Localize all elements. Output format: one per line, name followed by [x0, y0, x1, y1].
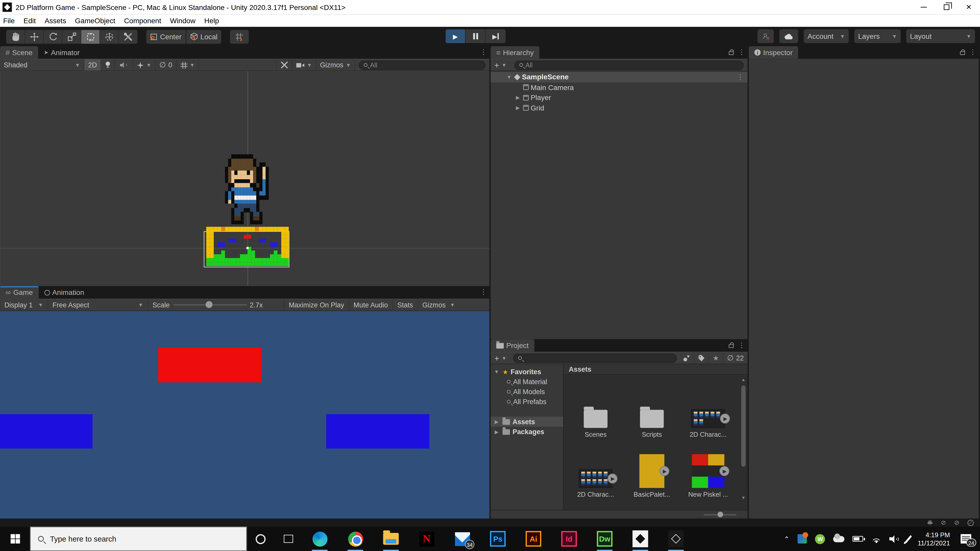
asset-2d-charac-[interactable]: ▶2D Charac... [681, 379, 735, 438]
hierarchy-item-samplescene[interactable]: ▼SampleScene⋮ [490, 72, 748, 82]
volume-icon[interactable] [889, 535, 899, 543]
favorite-all-material[interactable]: All Material [490, 377, 563, 387]
menu-edit[interactable]: Edit [24, 17, 36, 24]
scene-audio-button[interactable] [115, 59, 133, 71]
ok-check-icon[interactable]: ✓ [967, 519, 974, 526]
scale-slider[interactable] [173, 304, 247, 306]
menu-file[interactable]: File [3, 17, 14, 24]
scale-tool-button[interactable] [62, 30, 81, 43]
game-gizmos-dropdown[interactable]: Gizmos▼ [418, 299, 460, 310]
lock-icon[interactable] [729, 344, 734, 348]
foldout-icon[interactable]: ▶ [514, 105, 522, 111]
rect-tool-button[interactable] [81, 30, 100, 43]
lock-icon[interactable] [729, 51, 734, 55]
webroot-icon[interactable]: W [815, 534, 825, 544]
shading-mode-dropdown[interactable]: Shaded▼ [0, 59, 84, 71]
space-toggle-button[interactable]: Local [186, 30, 221, 43]
taskbar-app-dreamweaver[interactable]: Dw [587, 527, 623, 551]
scene-search-input[interactable]: All [359, 60, 486, 70]
foldout-icon[interactable]: ▶ [493, 419, 500, 424]
scroll-down-icon[interactable]: ▼ [740, 495, 747, 501]
foldout-icon[interactable]: ▼ [493, 369, 500, 375]
asset-scripts[interactable]: Scripts [625, 379, 679, 438]
project-scrollbar[interactable]: ▲ ▼ [740, 377, 747, 501]
mute-audio-button[interactable]: Mute Audio [349, 299, 393, 310]
item-menu-icon[interactable]: ⋮ [737, 73, 748, 81]
step-button[interactable]: ▶ [486, 29, 506, 43]
play-badge-icon[interactable]: ▶ [608, 473, 617, 483]
scene-visibility-button[interactable]: ∅ 0 [156, 59, 177, 71]
tab-scene[interactable]: # Scene [0, 46, 38, 59]
taskbar-app-mail[interactable]: 34 [444, 527, 480, 551]
menu-help[interactable]: Help [204, 17, 219, 24]
scene-viewport[interactable] [0, 71, 490, 286]
game-menu-icon[interactable]: ⋮ [480, 288, 487, 296]
stats-button[interactable]: Stats [393, 299, 418, 310]
account-dropdown[interactable]: Account▼ [803, 29, 849, 43]
tray-app-icon[interactable] [797, 534, 807, 544]
task-view-button[interactable] [274, 527, 302, 551]
player-sprite[interactable] [225, 154, 269, 224]
tab-inspector[interactable]: i Inspector [749, 46, 798, 59]
collab-button[interactable]: ✕ [757, 29, 774, 43]
taskbar-app-illustrator[interactable]: Ai [515, 527, 551, 551]
taskbar-app-netflix[interactable]: N [409, 527, 445, 551]
hierarchy-item-player[interactable]: ▶Player [490, 92, 748, 103]
display-dropdown[interactable]: Display 1▼ [0, 299, 48, 310]
hierarchy-item-grid[interactable]: ▶Grid [490, 103, 748, 113]
wifi-icon[interactable] [871, 535, 881, 543]
project-search-input[interactable] [513, 353, 677, 363]
taskbar-app-indesign[interactable]: Id [551, 527, 587, 551]
asset-basicpalet-[interactable]: ▶BasicPalet... [625, 438, 679, 499]
scene-grid-dropdown[interactable]: ▼ [177, 59, 199, 71]
layout-dropdown[interactable]: Layout▼ [906, 29, 975, 43]
play-badge-icon[interactable]: ▶ [719, 466, 729, 476]
move-tool-button[interactable] [25, 30, 44, 43]
favorite-search-button[interactable]: ★ [709, 352, 723, 364]
close-button[interactable]: ✕ [958, 0, 980, 14]
asset-scenes[interactable]: Scenes [569, 379, 623, 438]
start-button[interactable] [0, 527, 30, 551]
taskbar-app-unity[interactable] [658, 527, 694, 551]
scene-camera-dropdown[interactable]: ▼ [293, 59, 316, 71]
scene-lighting-button[interactable] [101, 59, 115, 71]
foldout-icon[interactable]: ▶ [514, 95, 522, 100]
transform-tool-button[interactable] [100, 30, 119, 43]
refresh-disabled-icon[interactable]: ⊘ [954, 519, 959, 526]
taskbar-app-unity-active[interactable] [622, 527, 658, 551]
minimize-button[interactable] [913, 0, 935, 14]
layers-dropdown[interactable]: Layers▼ [854, 29, 900, 43]
play-button[interactable]: ▶ [445, 29, 466, 43]
taskbar-clock[interactable]: 4:19 PM 11/12/2021 [918, 530, 950, 547]
project-folder-packages[interactable]: ▶Packages [490, 427, 563, 437]
hierarchy-menu-icon[interactable]: ⋮ [738, 48, 745, 56]
scene-effects-dropdown[interactable]: ▼ [133, 59, 156, 71]
project-visibility-button[interactable]: ∅ 22 [723, 352, 748, 364]
asset-2d-charac-[interactable]: ▶2D Charac... [569, 438, 623, 499]
favorite-all-prefabs[interactable]: All Prefabs [490, 397, 563, 407]
tab-animator[interactable]: ➤ Animator [38, 46, 85, 59]
tab-game[interactable]: ∞ Game [0, 286, 38, 299]
tab-project[interactable]: Project [490, 339, 534, 352]
cache-disabled-icon[interactable]: ⊘ [941, 519, 946, 526]
scrollbar-thumb[interactable] [741, 386, 746, 467]
search-by-type-button[interactable] [679, 352, 695, 364]
foldout-icon[interactable]: ▶ [493, 429, 500, 434]
taskbar-app-chrome[interactable] [337, 527, 373, 551]
thumbnail-size-slider[interactable] [704, 514, 736, 515]
restore-button[interactable] [935, 0, 958, 14]
taskbar-app-explorer[interactable] [373, 527, 409, 551]
onedrive-icon[interactable] [833, 536, 845, 542]
scene-tools-button[interactable] [277, 59, 293, 71]
hand-tool-button[interactable] [6, 30, 25, 43]
grid-snapping-button[interactable] [230, 30, 248, 43]
level-sprite[interactable] [206, 227, 289, 266]
taskbar-app-photoshop[interactable]: Ps [480, 527, 516, 551]
project-folder-assets[interactable]: ▶Assets [490, 416, 563, 427]
custom-tool-button[interactable] [119, 30, 137, 43]
scroll-up-icon[interactable]: ▲ [740, 377, 747, 383]
action-center-button[interactable]: 24 [961, 534, 971, 544]
hierarchy-search-input[interactable]: All [514, 60, 744, 70]
menu-component[interactable]: Component [124, 17, 161, 24]
toggle-2d-button[interactable]: 2D [84, 59, 101, 71]
